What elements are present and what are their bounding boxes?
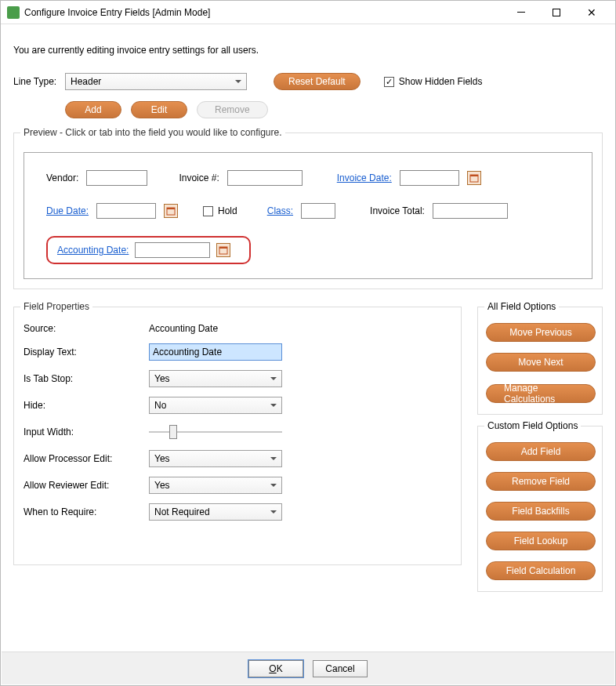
- add-button[interactable]: Add: [65, 101, 121, 118]
- allow-reviewer-label: Allow Reviewer Edit:: [24, 480, 149, 491]
- edit-button[interactable]: Edit: [131, 101, 187, 118]
- field-lookup-button[interactable]: Field Lookup: [486, 532, 596, 550]
- hold-label: Hold: [218, 205, 237, 216]
- svg-rect-5: [219, 247, 227, 249]
- vendor-input[interactable]: [86, 170, 147, 186]
- maximize-button[interactable]: [538, 1, 574, 24]
- close-button[interactable]: ✕: [574, 1, 609, 24]
- line-type-label: Line Type:: [13, 76, 57, 87]
- input-width-slider[interactable]: [149, 423, 282, 441]
- display-text-input[interactable]: [149, 343, 282, 361]
- add-field-button[interactable]: Add Field: [486, 442, 596, 461]
- source-label: Source:: [24, 323, 149, 334]
- invoice-num-input[interactable]: [227, 170, 303, 186]
- titlebar: Configure Invoice Entry Fields [Admin Mo…: [1, 1, 615, 24]
- accounting-date-label[interactable]: Accounting Date:: [57, 245, 129, 256]
- when-require-label: When to Require:: [24, 506, 149, 517]
- app-icon: [7, 6, 20, 19]
- invoice-num-label: Invoice #:: [179, 172, 219, 183]
- invoice-date-calendar-icon[interactable]: [467, 171, 481, 185]
- due-date-input[interactable]: [96, 203, 156, 219]
- intro-text: You are currently editing invoice entry …: [13, 45, 603, 56]
- cancel-button[interactable]: Cancel: [313, 660, 368, 677]
- is-tab-stop-select[interactable]: Yes: [149, 370, 282, 387]
- invoice-date-label[interactable]: Invoice Date:: [337, 172, 392, 183]
- preview-box: Vendor: Invoice #: Invoice Date: Due Dat…: [24, 152, 592, 279]
- show-hidden-fields-label: Show Hidden Fields: [399, 76, 483, 87]
- all-field-options-group: All Field Options Move Previous Move Nex…: [477, 307, 603, 415]
- is-tab-stop-label: Is Tab Stop:: [24, 373, 149, 384]
- checkbox-icon: [203, 206, 213, 216]
- show-hidden-fields-checkbox[interactable]: Show Hidden Fields: [384, 76, 483, 87]
- invoice-total-input[interactable]: [433, 203, 508, 219]
- remove-field-button[interactable]: Remove Field: [486, 472, 596, 491]
- accounting-date-selected: Accounting Date:: [46, 236, 251, 264]
- invoice-total-label: Invoice Total:: [370, 205, 425, 216]
- remove-button: Remove: [197, 101, 268, 118]
- field-backfills-button[interactable]: Field Backfills: [486, 502, 596, 521]
- checkbox-icon: [384, 77, 394, 87]
- footer-bar: OK Cancel: [2, 652, 614, 684]
- window-title: Configure Invoice Entry Fields [Admin Mo…: [24, 7, 503, 18]
- hold-checkbox[interactable]: Hold: [203, 205, 237, 216]
- preview-legend: Preview - Click or tab into the field yo…: [20, 127, 285, 138]
- minimize-button[interactable]: [503, 1, 538, 24]
- manage-calculations-button[interactable]: Manage Calculations: [486, 384, 596, 403]
- display-text-label: Display Text:: [24, 347, 149, 358]
- vendor-label: Vendor:: [46, 172, 78, 183]
- accounting-date-input[interactable]: [135, 242, 210, 258]
- custom-field-options-group: Custom Field Options Add Field Remove Fi…: [477, 426, 603, 592]
- move-previous-button[interactable]: Move Previous: [486, 323, 596, 342]
- hide-select[interactable]: No: [149, 397, 282, 414]
- move-next-button[interactable]: Move Next: [486, 353, 596, 372]
- allow-processor-label: Allow Processor Edit:: [24, 453, 149, 464]
- input-width-label: Input Width:: [24, 426, 149, 437]
- preview-group: Preview - Click or tab into the field yo…: [13, 132, 603, 289]
- when-require-select[interactable]: Not Required: [149, 503, 282, 521]
- hide-label: Hide:: [24, 400, 149, 411]
- allow-reviewer-select[interactable]: Yes: [149, 477, 282, 494]
- field-calculation-button[interactable]: Field Calculation: [486, 561, 596, 580]
- svg-rect-1: [470, 175, 478, 176]
- field-properties-group: Field Properties Source: Accounting Date…: [13, 307, 462, 565]
- accounting-date-calendar-icon[interactable]: [216, 243, 230, 257]
- all-field-options-legend: All Field Options: [484, 301, 559, 312]
- line-type-select[interactable]: Header: [65, 73, 247, 90]
- custom-field-options-legend: Custom Field Options: [484, 420, 581, 431]
- field-properties-legend: Field Properties: [20, 301, 92, 312]
- class-input[interactable]: [301, 203, 335, 219]
- svg-rect-3: [167, 208, 175, 209]
- source-value: Accounting Date: [149, 323, 306, 334]
- ok-button[interactable]: OK: [248, 660, 303, 677]
- due-date-label[interactable]: Due Date:: [46, 205, 89, 216]
- due-date-calendar-icon[interactable]: [164, 204, 178, 218]
- line-type-value: Header: [71, 76, 101, 87]
- reset-default-button[interactable]: Reset Default: [274, 73, 361, 90]
- allow-processor-select[interactable]: Yes: [149, 450, 282, 467]
- invoice-date-input[interactable]: [400, 170, 459, 186]
- class-label[interactable]: Class:: [267, 205, 293, 216]
